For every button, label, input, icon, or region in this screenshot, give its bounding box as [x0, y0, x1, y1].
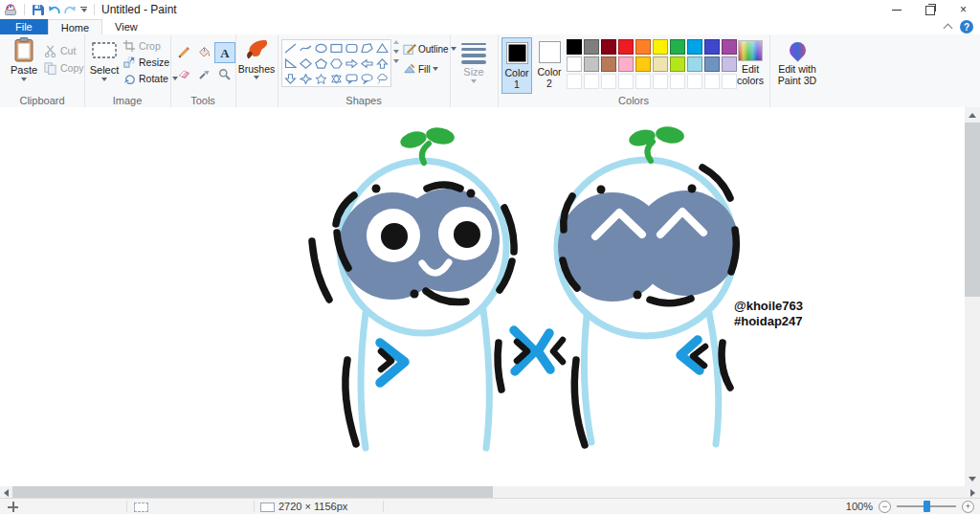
- tab-home[interactable]: Home: [48, 19, 102, 35]
- vertical-scroll-thumb[interactable]: [965, 123, 980, 297]
- select-dropdown[interactable]: [101, 78, 107, 81]
- shape-cloud-callout-icon[interactable]: [375, 71, 390, 86]
- edit-colors-button[interactable]: Edit colors: [733, 40, 768, 86]
- minimize-button[interactable]: [880, 0, 913, 19]
- shape-fill-button[interactable]: Fill: [403, 62, 438, 76]
- palette-swatch-empty[interactable]: [567, 74, 582, 89]
- palette-swatch[interactable]: [601, 39, 616, 55]
- fill-tool[interactable]: [194, 42, 213, 61]
- shape-hexagon-icon[interactable]: [328, 56, 344, 71]
- shape-up-arrow-icon[interactable]: [375, 56, 390, 71]
- zoom-slider[interactable]: [897, 501, 956, 513]
- redo-icon[interactable]: [64, 5, 77, 15]
- palette-swatch[interactable]: [687, 39, 702, 55]
- palette-swatch-empty[interactable]: [687, 74, 702, 89]
- shape-rounded-rectangle-icon[interactable]: [345, 40, 360, 56]
- scroll-down-icon[interactable]: [965, 471, 980, 486]
- zoom-slider-thumb[interactable]: [924, 501, 930, 512]
- shape-line-icon[interactable]: [282, 40, 298, 56]
- shape-six-point-star-icon[interactable]: [328, 71, 344, 86]
- palette-swatch[interactable]: [704, 39, 720, 55]
- color-picker-tool[interactable]: [194, 64, 213, 83]
- shape-diamond-icon[interactable]: [298, 56, 313, 71]
- brushes-button[interactable]: Brushes: [236, 38, 277, 79]
- shapes-overflow-icon[interactable]: [393, 59, 399, 63]
- palette-swatch[interactable]: [601, 56, 616, 72]
- palette-swatch[interactable]: [653, 39, 668, 55]
- magnifier-tool[interactable]: [214, 64, 234, 83]
- palette-swatch[interactable]: [704, 56, 720, 72]
- cut-button[interactable]: Cut: [44, 43, 76, 58]
- shape-ellipse-icon[interactable]: [313, 40, 328, 56]
- help-icon[interactable]: ?: [960, 20, 973, 34]
- palette-swatch[interactable]: [584, 56, 599, 72]
- customize-toolbar-dropdown[interactable]: [80, 7, 87, 13]
- vertical-scrollbar[interactable]: [965, 107, 980, 486]
- shape-rounded-callout-icon[interactable]: [345, 71, 360, 86]
- palette-swatch-empty[interactable]: [670, 74, 685, 89]
- shape-pentagon-icon[interactable]: [313, 56, 328, 71]
- crop-button[interactable]: Crop: [123, 38, 161, 54]
- color1-button[interactable]: Color 1: [501, 37, 532, 94]
- outline-button[interactable]: Outline: [403, 42, 457, 56]
- pencil-tool[interactable]: [174, 42, 193, 61]
- paste-button[interactable]: Paste: [6, 37, 42, 81]
- palette-swatch[interactable]: [670, 39, 685, 55]
- collapse-ribbon-icon[interactable]: [944, 24, 953, 34]
- palette-swatch[interactable]: [635, 39, 651, 55]
- eraser-tool[interactable]: [174, 64, 193, 83]
- palette-swatch-empty[interactable]: [704, 74, 720, 89]
- edit-with-paint3d-button[interactable]: Edit with Paint 3D: [772, 38, 822, 86]
- restore-button[interactable]: [913, 0, 947, 19]
- palette-swatch-empty[interactable]: [635, 74, 651, 89]
- select-button[interactable]: Select: [86, 37, 122, 81]
- shape-right-triangle-icon[interactable]: [282, 56, 298, 71]
- palette-swatch[interactable]: [567, 56, 582, 72]
- shape-oval-callout-icon[interactable]: [360, 71, 375, 86]
- shape-rectangle-icon[interactable]: [328, 40, 344, 56]
- palette-swatch-empty[interactable]: [653, 74, 668, 89]
- save-icon[interactable]: [32, 4, 44, 16]
- tab-view[interactable]: View: [102, 19, 150, 34]
- scroll-up-icon[interactable]: [965, 107, 980, 123]
- palette-swatch-empty[interactable]: [601, 74, 616, 89]
- palette-swatch[interactable]: [584, 39, 599, 55]
- resize-button[interactable]: Resize: [123, 55, 169, 70]
- palette-swatch-empty[interactable]: [584, 74, 599, 89]
- shape-down-arrow-icon[interactable]: [282, 71, 298, 86]
- palette-swatch[interactable]: [618, 56, 634, 72]
- palette-swatch-empty[interactable]: [618, 74, 634, 89]
- shape-fill-dropdown[interactable]: [433, 67, 438, 71]
- palette-swatch[interactable]: [635, 56, 651, 72]
- size-dropdown[interactable]: [471, 79, 477, 83]
- brushes-icon: [244, 38, 269, 61]
- paint-app-icon[interactable]: [4, 3, 17, 16]
- zoom-out-button[interactable]: −: [879, 501, 891, 513]
- palette-swatch[interactable]: [567, 39, 582, 55]
- palette-swatch[interactable]: [687, 56, 702, 72]
- brushes-dropdown[interactable]: [254, 76, 259, 79]
- palette-swatch[interactable]: [653, 56, 668, 72]
- drawing-canvas[interactable]: [0, 107, 965, 486]
- shape-left-arrow-icon[interactable]: [360, 56, 375, 71]
- shape-right-arrow-icon[interactable]: [345, 56, 360, 71]
- palette-swatch[interactable]: [618, 39, 634, 55]
- size-button[interactable]: Size: [453, 42, 495, 83]
- shape-triangle-icon[interactable]: [375, 40, 390, 56]
- shape-five-point-star-icon[interactable]: [313, 71, 328, 86]
- ribbon: Paste Cut Copy Clipboard: [0, 34, 980, 108]
- paste-dropdown[interactable]: [21, 78, 27, 81]
- tab-file[interactable]: File: [0, 19, 48, 34]
- undo-icon[interactable]: [48, 5, 60, 15]
- shapes-scroll-down-icon[interactable]: [393, 50, 399, 54]
- shapes-scroll-up-icon[interactable]: [393, 40, 399, 44]
- color2-button[interactable]: Color 2: [534, 37, 565, 94]
- palette-swatch[interactable]: [670, 56, 685, 72]
- shape-curve-icon[interactable]: [298, 40, 313, 56]
- close-button[interactable]: ×: [947, 0, 980, 19]
- shape-four-point-star-icon[interactable]: [298, 71, 313, 86]
- copy-button[interactable]: Copy: [44, 60, 84, 76]
- shape-polygon-icon[interactable]: [360, 40, 375, 56]
- text-tool[interactable]: A: [214, 42, 235, 63]
- zoom-in-button[interactable]: +: [962, 501, 974, 513]
